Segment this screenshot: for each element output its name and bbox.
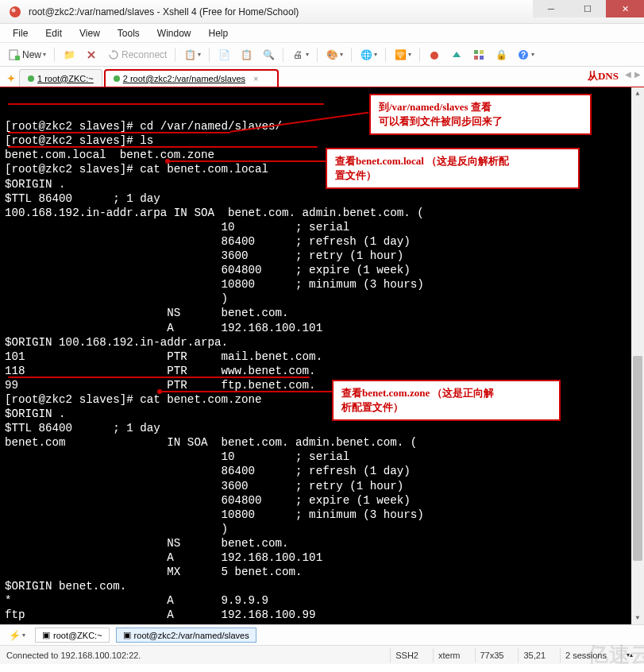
status-sessions: 2 sessions bbox=[560, 648, 611, 662]
lightning-icon: ⚡ bbox=[8, 629, 21, 642]
xshell-button[interactable] bbox=[425, 46, 444, 64]
app-icon bbox=[6, 3, 24, 21]
new-button[interactable]: New ▾ bbox=[5, 46, 49, 64]
annotation-from-dns: 从DNS bbox=[588, 69, 619, 83]
terminal-output: [root@zkc2 slaves]# cd /var/named/slaves… bbox=[5, 119, 639, 622]
search-icon: 🔍 bbox=[262, 48, 275, 61]
status-cursor: 35,21 bbox=[518, 648, 550, 662]
annotation-underline bbox=[8, 132, 230, 133]
annotation-connector bbox=[168, 160, 327, 162]
scroll-down-button[interactable]: ▼ bbox=[631, 612, 644, 624]
bottom-tab-1[interactable]: ▣ root@ZKC:~ bbox=[35, 628, 110, 643]
window-controls: ─ ☐ ✕ bbox=[533, 0, 644, 23]
properties-button[interactable]: 📋▾ bbox=[180, 46, 204, 64]
grid-button[interactable] bbox=[469, 46, 488, 64]
properties-icon: 📋 bbox=[183, 48, 196, 61]
lock-button[interactable]: 🔒 bbox=[492, 46, 511, 64]
menu-edit[interactable]: Edit bbox=[37, 25, 70, 41]
svg-rect-6 bbox=[480, 50, 484, 54]
copy-button[interactable]: 📄 bbox=[214, 46, 233, 64]
menu-view[interactable]: View bbox=[71, 25, 108, 41]
grid-icon bbox=[472, 48, 485, 61]
minimize-button[interactable]: ─ bbox=[533, 0, 569, 17]
bottom-tab-label: root@ZKC:~ bbox=[53, 631, 102, 640]
print-icon: 🖨 bbox=[291, 48, 304, 61]
separator bbox=[317, 48, 318, 62]
separator bbox=[209, 48, 210, 62]
help-icon: ? bbox=[517, 48, 530, 61]
toolbar: New ▾ 📁 Reconnect 📋▾ 📄 📋 🔍 🖨▾ 🎨▾ 🌐▾ 🛜▾ 🔒… bbox=[0, 43, 644, 67]
tunnel-button[interactable]: 🛜▾ bbox=[391, 46, 415, 64]
open-button[interactable]: 📁 bbox=[60, 46, 79, 64]
tunnel-icon: 🛜 bbox=[394, 48, 407, 61]
bottom-tab-label: root@zkc2:/var/named/slaves bbox=[134, 631, 249, 640]
menu-window[interactable]: Window bbox=[149, 25, 199, 41]
svg-point-1 bbox=[12, 8, 16, 12]
menu-tools[interactable]: Tools bbox=[110, 25, 148, 41]
help-button[interactable]: ?▾ bbox=[514, 46, 538, 64]
session-tabs: ✦ 1 root@ZKC:~ 2 root@zkc2:/var/named/sl… bbox=[0, 67, 644, 87]
menu-file[interactable]: File bbox=[5, 25, 36, 41]
scroll-track[interactable] bbox=[631, 100, 644, 612]
connection-status-icon bbox=[114, 75, 120, 82]
paste-icon: 📋 bbox=[240, 48, 253, 61]
bottom-tab-2-active[interactable]: ▣ root@zkc2:/var/named/slaves bbox=[116, 628, 256, 643]
xftp-icon bbox=[450, 48, 463, 61]
annotation-underline bbox=[8, 146, 318, 148]
palette-icon: 🎨 bbox=[326, 48, 338, 61]
print-button[interactable]: 🖨▾ bbox=[288, 46, 312, 64]
status-ssh: SSH2 bbox=[390, 648, 423, 662]
new-label: New bbox=[22, 49, 41, 60]
xftp-button[interactable] bbox=[447, 46, 466, 64]
close-button[interactable]: ✕ bbox=[606, 0, 644, 17]
annotation-underline bbox=[8, 377, 310, 378]
scroll-up-button[interactable]: ▲ bbox=[631, 87, 644, 100]
add-tab-button[interactable]: ✦ bbox=[3, 71, 19, 87]
separator bbox=[385, 48, 386, 62]
svg-point-4 bbox=[430, 52, 438, 60]
globe-icon: 🌐 bbox=[360, 48, 372, 61]
status-menu-icon[interactable]: ▾▴ bbox=[621, 648, 638, 662]
separator bbox=[419, 48, 420, 62]
svg-rect-7 bbox=[474, 56, 478, 60]
terminal-icon: ▣ bbox=[42, 630, 50, 640]
svg-rect-8 bbox=[480, 56, 484, 60]
statusbar: Connected to 192.168.100.102:22. SSH2 xt… bbox=[0, 645, 644, 664]
find-button[interactable]: 🔍 bbox=[259, 46, 278, 64]
separator bbox=[54, 48, 55, 62]
bottom-session-bar: ⚡▾ ▣ root@ZKC:~ ▣ root@zkc2:/var/named/s… bbox=[0, 624, 644, 645]
tab-nav-arrows[interactable]: ◀▶ bbox=[625, 70, 641, 79]
paste-button[interactable]: 📋 bbox=[237, 46, 256, 64]
scroll-thumb[interactable] bbox=[633, 356, 642, 561]
lock-icon: 🔒 bbox=[495, 48, 507, 61]
svg-rect-5 bbox=[474, 50, 478, 54]
tab-label: 1 root@ZKC:~ bbox=[37, 74, 94, 83]
globe-button[interactable]: 🌐▾ bbox=[357, 46, 380, 64]
status-size: 77x35 bbox=[475, 648, 509, 662]
connection-status-icon bbox=[28, 75, 34, 82]
color-button[interactable]: 🎨▾ bbox=[322, 46, 346, 64]
terminal-area[interactable]: [root@zkc2 slaves]# cd /var/named/slaves… bbox=[0, 87, 644, 624]
disconnect-button[interactable] bbox=[82, 46, 101, 64]
reconnect-button[interactable]: Reconnect bbox=[104, 46, 170, 64]
separator bbox=[283, 48, 283, 62]
annotation-callout-2: 查看benet.com.local （这是反向解析配置文件） bbox=[326, 148, 580, 189]
vertical-scrollbar[interactable]: ▲ ▼ bbox=[631, 87, 644, 624]
svg-rect-3 bbox=[15, 56, 20, 60]
menu-help[interactable]: Help bbox=[201, 25, 237, 41]
tab-label: 2 root@zkc2:/var/named/slaves bbox=[123, 74, 245, 83]
session-tab-2-active[interactable]: 2 root@zkc2:/var/named/slaves × bbox=[104, 69, 280, 87]
reconnect-label: Reconnect bbox=[121, 49, 167, 60]
quick-command-button[interactable]: ⚡▾ bbox=[5, 627, 29, 644]
separator bbox=[175, 48, 175, 62]
separator bbox=[351, 48, 352, 62]
strawberry-icon bbox=[428, 48, 441, 61]
dropdown-arrow-icon: ▾ bbox=[43, 51, 46, 58]
menubar: File Edit View Tools Window Help bbox=[0, 24, 644, 43]
annotation-callout-1: 到/var/named/slaves 查看可以看到文件被同步回来了 bbox=[369, 94, 592, 135]
maximize-button[interactable]: ☐ bbox=[569, 0, 606, 17]
svg-point-0 bbox=[10, 6, 21, 17]
session-tab-1[interactable]: 1 root@ZKC:~ bbox=[19, 69, 102, 87]
close-tab-icon[interactable]: × bbox=[253, 74, 258, 83]
titlebar: root@zkc2:/var/named/slaves - Xshell 4 (… bbox=[0, 0, 644, 24]
